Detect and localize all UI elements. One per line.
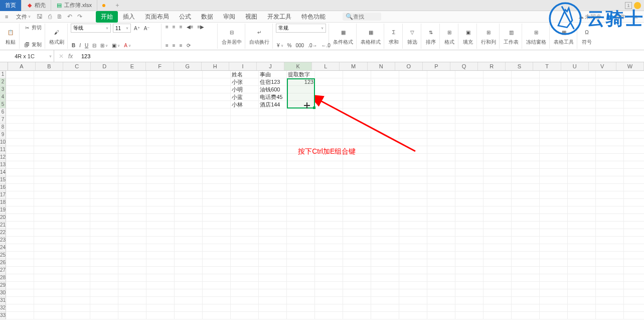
cell[interactable] bbox=[259, 109, 287, 116]
cell[interactable] bbox=[146, 169, 175, 176]
sort-button[interactable]: ⇅ 排序 bbox=[422, 24, 440, 49]
cell[interactable] bbox=[118, 176, 146, 184]
cell[interactable] bbox=[175, 71, 203, 78]
cell[interactable] bbox=[315, 101, 343, 109]
cell[interactable] bbox=[62, 93, 90, 101]
row-header-3[interactable]: 3 bbox=[0, 86, 6, 93]
cell[interactable] bbox=[315, 282, 343, 289]
cell[interactable] bbox=[540, 206, 568, 214]
col-header-T[interactable]: T bbox=[533, 62, 561, 70]
cell[interactable] bbox=[596, 93, 624, 101]
redo-icon[interactable]: ↷ bbox=[76, 13, 84, 21]
cell[interactable] bbox=[596, 267, 624, 274]
cell[interactable] bbox=[90, 71, 118, 78]
cell[interactable] bbox=[484, 274, 512, 282]
cell[interactable] bbox=[596, 169, 624, 176]
cell[interactable] bbox=[146, 244, 175, 252]
cell[interactable] bbox=[512, 154, 540, 161]
row-header-14[interactable]: 14 bbox=[0, 169, 6, 176]
cell[interactable] bbox=[427, 229, 455, 237]
cell[interactable] bbox=[624, 161, 644, 169]
cell[interactable] bbox=[540, 78, 568, 86]
cell[interactable] bbox=[90, 78, 118, 86]
fx-icon[interactable]: fx bbox=[68, 53, 76, 60]
cell[interactable] bbox=[484, 297, 512, 304]
cell[interactable] bbox=[62, 139, 90, 146]
cell[interactable] bbox=[6, 206, 34, 214]
cell[interactable] bbox=[343, 176, 371, 184]
cell[interactable] bbox=[512, 86, 540, 93]
cell[interactable] bbox=[146, 146, 175, 154]
cell[interactable] bbox=[146, 109, 175, 116]
cell[interactable] bbox=[6, 199, 34, 206]
cell[interactable] bbox=[34, 139, 62, 146]
row-header-22[interactable]: 22 bbox=[0, 229, 6, 237]
percent-button[interactable]: % bbox=[286, 42, 293, 49]
cell[interactable] bbox=[568, 199, 596, 206]
cell[interactable] bbox=[455, 191, 484, 199]
cell[interactable] bbox=[62, 267, 90, 274]
cell[interactable] bbox=[118, 222, 146, 229]
cell[interactable] bbox=[568, 93, 596, 101]
cell[interactable] bbox=[399, 206, 427, 214]
cell[interactable] bbox=[118, 116, 146, 124]
table-tools-button[interactable]: ▦ 表格工具 bbox=[551, 24, 577, 49]
cell[interactable] bbox=[315, 259, 343, 267]
cell[interactable] bbox=[427, 169, 455, 176]
cell[interactable] bbox=[34, 131, 62, 139]
cell[interactable] bbox=[427, 139, 455, 146]
col-header-D[interactable]: D bbox=[91, 62, 118, 70]
cell[interactable] bbox=[315, 297, 343, 304]
cell[interactable] bbox=[287, 222, 315, 229]
cell[interactable] bbox=[118, 297, 146, 304]
cell[interactable] bbox=[203, 237, 231, 244]
cell[interactable] bbox=[146, 116, 175, 124]
cell[interactable] bbox=[371, 297, 399, 304]
cell[interactable] bbox=[287, 304, 315, 312]
cell[interactable] bbox=[203, 124, 231, 131]
cell[interactable] bbox=[427, 184, 455, 191]
cell[interactable] bbox=[34, 109, 62, 116]
currency-button[interactable]: ¥∨ bbox=[276, 42, 284, 49]
cell[interactable] bbox=[118, 124, 146, 131]
cell[interactable] bbox=[146, 229, 175, 237]
cell[interactable] bbox=[118, 154, 146, 161]
cell[interactable] bbox=[6, 222, 34, 229]
cell[interactable] bbox=[259, 252, 287, 259]
font-size-select[interactable]: 11∨ bbox=[113, 24, 131, 33]
cell[interactable] bbox=[6, 289, 34, 297]
row-col-button[interactable]: ⊞ 行和列 bbox=[478, 24, 500, 49]
cell[interactable] bbox=[624, 78, 644, 86]
file-menu[interactable]: 文件 ∨ bbox=[13, 12, 34, 22]
cell[interactable] bbox=[6, 169, 34, 176]
cell[interactable] bbox=[371, 214, 399, 222]
cell[interactable] bbox=[512, 101, 540, 109]
table-style-button[interactable]: ▦ 表格样式 bbox=[358, 24, 384, 49]
cell[interactable] bbox=[34, 289, 62, 297]
cell[interactable] bbox=[624, 244, 644, 252]
cell[interactable] bbox=[146, 274, 175, 282]
cell[interactable] bbox=[484, 124, 512, 131]
cell[interactable] bbox=[540, 139, 568, 146]
cell[interactable] bbox=[343, 274, 371, 282]
cell[interactable] bbox=[259, 282, 287, 289]
cell[interactable] bbox=[568, 252, 596, 259]
cell[interactable] bbox=[175, 199, 203, 206]
cell[interactable] bbox=[6, 176, 34, 184]
cell[interactable] bbox=[203, 78, 231, 86]
cell[interactable] bbox=[315, 199, 343, 206]
cell[interactable] bbox=[455, 229, 484, 237]
cell[interactable] bbox=[596, 252, 624, 259]
cell[interactable] bbox=[624, 93, 644, 101]
cell[interactable] bbox=[484, 252, 512, 259]
cell[interactable] bbox=[118, 282, 146, 289]
cell[interactable] bbox=[175, 86, 203, 93]
cell[interactable] bbox=[231, 222, 259, 229]
cell[interactable] bbox=[484, 101, 512, 109]
cell[interactable] bbox=[371, 244, 399, 252]
cell[interactable] bbox=[146, 304, 175, 312]
cell[interactable] bbox=[90, 124, 118, 131]
cell[interactable] bbox=[175, 139, 203, 146]
cell[interactable] bbox=[455, 124, 484, 131]
cell[interactable] bbox=[175, 101, 203, 109]
